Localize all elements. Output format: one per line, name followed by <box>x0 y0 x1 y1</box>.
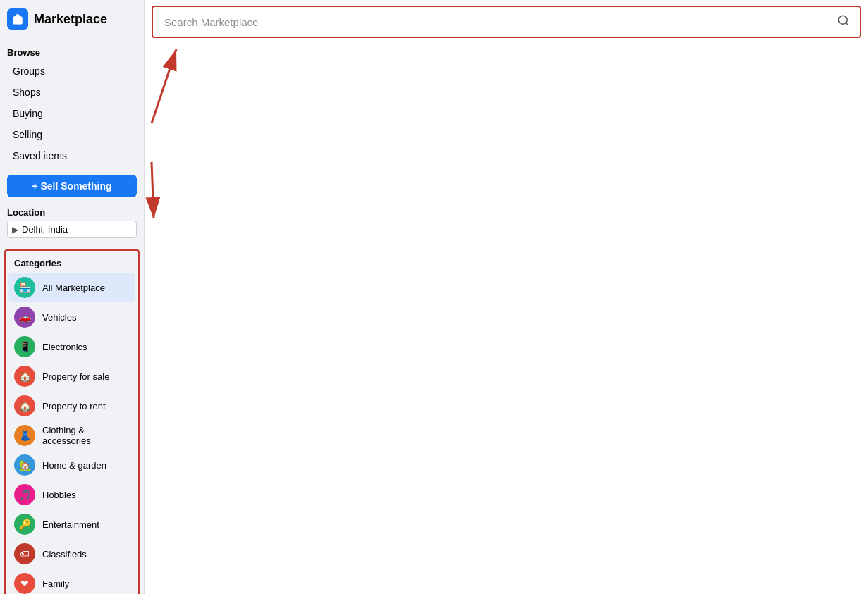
location-text: Delhi, India <box>22 224 68 235</box>
search-button[interactable] <box>827 7 860 37</box>
category-entertainment[interactable]: 🔑 Entertainment <box>8 509 135 539</box>
sidebar-item-buying[interactable]: Buying <box>7 103 137 124</box>
category-label: Entertainment <box>42 519 99 530</box>
location-value[interactable]: ▶ Delhi, India <box>7 221 137 238</box>
category-classifieds[interactable]: 🏷 Classifieds <box>8 539 135 569</box>
svg-point-0 <box>838 16 847 24</box>
vehicles-icon: 🚗 <box>14 307 35 328</box>
entertainment-icon: 🔑 <box>14 514 35 535</box>
hobbies-icon: 🎵 <box>14 484 35 505</box>
electronics-icon: 📱 <box>14 336 35 357</box>
sidebar-item-saved[interactable]: Saved items <box>7 145 137 166</box>
category-label: Family <box>42 578 69 589</box>
all-marketplace-icon: 🏪 <box>14 277 35 298</box>
search-bar-wrapper <box>152 6 861 38</box>
location-pin-icon: ▶ <box>12 225 18 235</box>
category-family[interactable]: ❤ Family <box>8 569 135 594</box>
category-label: Property to rent <box>42 401 106 412</box>
svg-line-4 <box>152 162 154 218</box>
category-label: Clothing & accessories <box>42 425 130 446</box>
browse-section: Browse Groups Shops Buying Selling Saved… <box>0 37 144 169</box>
categories-section: Categories 🏪 All Marketplace 🚗 Vehicles … <box>4 249 140 594</box>
category-vehicles[interactable]: 🚗 Vehicles <box>8 302 135 332</box>
classifieds-icon: 🏷 <box>14 543 35 564</box>
sidebar-header: Marketplace <box>0 0 144 37</box>
category-property-rent[interactable]: 🏠 Property to rent <box>8 391 135 421</box>
category-label: Classifieds <box>42 549 87 559</box>
search-input[interactable] <box>153 8 827 37</box>
category-label: Electronics <box>42 342 87 352</box>
marketplace-logo-icon <box>7 8 28 30</box>
home-garden-icon: 🏡 <box>14 454 35 476</box>
browse-label: Browse <box>7 43 137 61</box>
category-all-marketplace[interactable]: 🏪 All Marketplace <box>8 273 135 302</box>
category-label: Hobbies <box>42 490 76 500</box>
category-label: Vehicles <box>42 312 76 323</box>
property-sale-icon: 🏠 <box>14 366 35 387</box>
location-label: Location <box>7 207 137 218</box>
svg-line-3 <box>152 49 176 123</box>
category-home-garden[interactable]: 🏡 Home & garden <box>8 450 135 480</box>
family-icon: ❤ <box>14 573 35 594</box>
sidebar: Marketplace Browse Groups Shops Buying S… <box>0 0 145 594</box>
category-label: Property for sale <box>42 371 109 382</box>
category-hobbies[interactable]: 🎵 Hobbies <box>8 480 135 509</box>
search-icon <box>837 14 850 27</box>
clothing-icon: 👗 <box>14 425 35 446</box>
categories-label: Categories <box>8 255 135 273</box>
svg-line-1 <box>845 23 848 25</box>
category-label: Home & garden <box>42 460 106 471</box>
location-section: Location ▶ Delhi, India <box>0 203 144 244</box>
property-rent-icon: 🏠 <box>14 395 35 416</box>
sidebar-title: Marketplace <box>34 12 107 27</box>
category-clothing[interactable]: 👗 Clothing & accessories <box>8 421 135 450</box>
main-content <box>145 0 868 594</box>
sell-something-button[interactable]: + Sell Something <box>7 175 137 197</box>
sidebar-item-selling[interactable]: Selling <box>7 124 137 145</box>
sidebar-item-shops[interactable]: Shops <box>7 82 137 103</box>
category-property-sale[interactable]: 🏠 Property for sale <box>8 361 135 391</box>
category-label: All Marketplace <box>42 283 105 293</box>
category-electronics[interactable]: 📱 Electronics <box>8 332 135 361</box>
sidebar-item-groups[interactable]: Groups <box>7 61 137 82</box>
